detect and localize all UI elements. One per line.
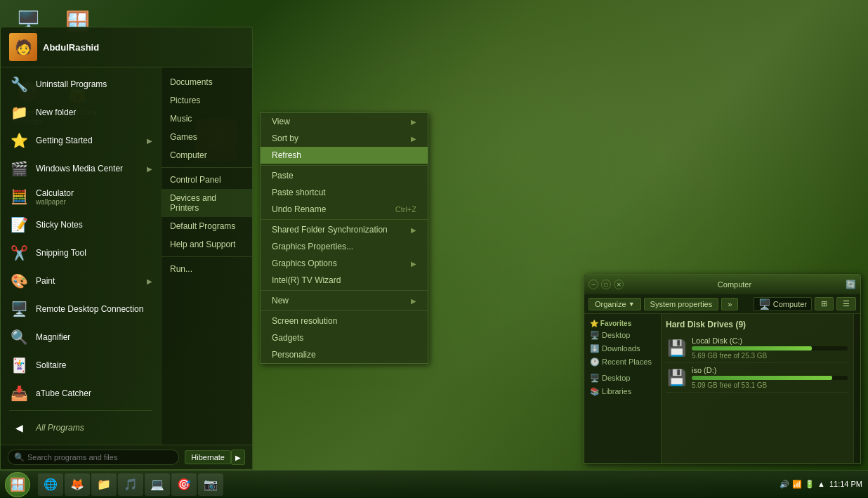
- file-explorer-scrollbar[interactable]: [853, 314, 860, 463]
- menu-item-calculator[interactable]: 🧮 Calculator wallpaper: [1, 183, 161, 211]
- fe-desktop-2[interactable]: 🖥️ Desktop: [584, 372, 661, 385]
- ctx-item-undo-rename[interactable]: Undo Rename Ctrl+Z: [261, 201, 428, 218]
- tray-battery-icon[interactable]: 🔋: [805, 480, 815, 489]
- ctx-item-refresh[interactable]: Refresh: [261, 147, 428, 164]
- tray-network-icon[interactable]: 📶: [792, 480, 802, 489]
- fe-libraries[interactable]: 📚 Libraries: [584, 385, 661, 398]
- atube-catcher-icon: 📥: [9, 384, 29, 403]
- ctx-item-graphics-options[interactable]: Graphics Options ▶: [261, 255, 428, 272]
- search-input[interactable]: [27, 453, 173, 461]
- fe-view-toggle[interactable]: ☰: [836, 297, 856, 310]
- user-avatar: 🧑: [9, 33, 37, 61]
- menu-item-all-programs[interactable]: ◀ All Programs: [1, 414, 161, 442]
- ctx-item-graphics-properties[interactable]: Graphics Properties...: [261, 238, 428, 255]
- more-options-button[interactable]: »: [721, 298, 738, 310]
- file-explorer-body: ⭐ Favorites 🖥️ Desktop ⬇️ Downloads 🕐 Re…: [584, 314, 860, 463]
- hdd-d-fill: [692, 376, 832, 380]
- right-item-games[interactable]: Games: [162, 128, 252, 146]
- taskbar-item-folder[interactable]: 📁: [91, 473, 117, 496]
- ctx-item-paste-shortcut[interactable]: Paste shortcut: [261, 184, 428, 201]
- right-item-documents[interactable]: Documents: [162, 73, 252, 91]
- graphics-options-arrow: ▶: [411, 260, 416, 268]
- right-item-help-support[interactable]: Help and Support: [162, 235, 252, 254]
- all-programs-label: All Programs: [36, 423, 152, 433]
- hibernate-button[interactable]: Hibernate: [185, 450, 231, 464]
- start-menu-right: Documents Pictures Music Games Computer …: [161, 67, 252, 445]
- menu-item-atube-catcher[interactable]: 📥 aTube Catcher: [1, 379, 161, 407]
- ctx-item-new[interactable]: New ▶: [261, 292, 428, 309]
- hdd-item-d[interactable]: 💾 iso (D:) 5.09 GB free of 53.1 GB: [666, 363, 849, 393]
- right-item-devices-printers[interactable]: Devices and Printers: [162, 189, 252, 217]
- taskbar-item-ie[interactable]: 🌐: [38, 473, 63, 496]
- menu-item-magnifier[interactable]: 🔍 Magnifier: [1, 323, 161, 351]
- right-item-default-programs[interactable]: Default Programs: [162, 217, 252, 235]
- right-item-computer[interactable]: Computer: [162, 146, 252, 164]
- solitaire-icon: 🃏: [9, 355, 29, 375]
- organize-button[interactable]: Organize ▼: [588, 298, 641, 310]
- ctx-item-sort-by[interactable]: Sort by ▶: [261, 130, 428, 147]
- menu-item-snipping-tool[interactable]: ✂️ Snipping Tool: [1, 239, 161, 267]
- address-bar[interactable]: 🖥️ Computer: [754, 297, 812, 311]
- taskbar-item-app1[interactable]: 💻: [145, 473, 170, 496]
- fe-recent-places[interactable]: 🕐 Recent Places: [584, 355, 661, 369]
- ctx-item-screen-resolution[interactable]: Screen resolution: [261, 313, 428, 329]
- fe-desktop[interactable]: 🖥️ Desktop: [584, 329, 661, 342]
- start-menu-header: 🧑 AbdulRashid: [1, 27, 252, 67]
- menu-item-remote-desktop[interactable]: 🖥️ Remote Desktop Connection: [1, 295, 161, 323]
- ctx-item-paste[interactable]: Paste: [261, 167, 428, 184]
- fe-refresh-icon[interactable]: 🔄: [846, 280, 856, 289]
- hdd-d-icon: 💾: [667, 369, 686, 387]
- shared-folder-arrow: ▶: [411, 226, 416, 234]
- taskbar-item-app3[interactable]: 📷: [198, 473, 223, 496]
- start-menu-footer: 🔍 Hibernate ▶: [1, 445, 252, 469]
- fe-close-button[interactable]: ✕: [614, 280, 624, 289]
- ctx-sep-2: [261, 219, 428, 220]
- magnifier-label: Magnifier: [36, 332, 152, 342]
- hdd-d-info: iso (D:) 5.09 GB free of 53.1 GB: [692, 366, 848, 389]
- hdd-section-title: Hard Disk Drives (9): [666, 318, 849, 331]
- ctx-item-personalize[interactable]: Personalize: [261, 346, 428, 363]
- tray-volume-icon[interactable]: 🔊: [780, 480, 789, 489]
- search-icon: 🔍: [14, 452, 25, 462]
- file-explorer-titlebar: ─ □ ✕ Computer 🔄: [584, 275, 860, 294]
- clock[interactable]: 11:14 PM: [829, 479, 862, 489]
- menu-item-windows-media-center[interactable]: 🎬 Windows Media Center ▶: [1, 155, 161, 183]
- menu-item-uninstall[interactable]: 🔧 Uninstall Programs: [1, 70, 161, 98]
- menu-item-getting-started[interactable]: ⭐ Getting Started ▶: [1, 126, 161, 155]
- taskbar-item-media[interactable]: 🎵: [118, 473, 143, 496]
- fe-view-button[interactable]: ⊞: [815, 297, 834, 310]
- system-properties-button[interactable]: System properties: [644, 298, 719, 310]
- new-folder-label: New folder: [36, 107, 152, 117]
- fe-downloads[interactable]: ⬇️ Downloads: [584, 342, 661, 355]
- right-item-run[interactable]: Run...: [162, 260, 252, 278]
- menu-item-new-folder[interactable]: 📁 New folder: [1, 98, 161, 126]
- ctx-item-gadgets[interactable]: Gadgets: [261, 329, 428, 346]
- app3-icon: 📷: [204, 478, 218, 492]
- right-item-control-panel[interactable]: Control Panel: [162, 171, 252, 189]
- fe-minimize-button[interactable]: ─: [588, 280, 598, 289]
- hibernate-arrow-button[interactable]: ▶: [231, 450, 245, 465]
- right-item-pictures[interactable]: Pictures: [162, 91, 252, 110]
- start-button[interactable]: 🪟: [0, 471, 35, 499]
- menu-item-solitaire[interactable]: 🃏 Solitaire: [1, 351, 161, 379]
- taskbar-item-firefox[interactable]: 🦊: [65, 473, 90, 496]
- tray-expand-icon[interactable]: ▲: [817, 480, 825, 488]
- menu-item-sticky-notes[interactable]: 📝 Sticky Notes: [1, 211, 161, 239]
- search-box[interactable]: 🔍: [8, 450, 179, 465]
- ctx-item-view[interactable]: View ▶: [261, 113, 428, 130]
- file-explorer-window: ─ □ ✕ Computer 🔄 Organize ▼ System prope…: [584, 274, 861, 464]
- hdd-c-fill: [692, 346, 812, 350]
- getting-started-arrow: ▶: [147, 137, 152, 145]
- app2-icon: 🎯: [177, 478, 191, 492]
- right-item-music[interactable]: Music: [162, 110, 252, 128]
- ctx-item-shared-folder[interactable]: Shared Folder Synchronization ▶: [261, 221, 428, 238]
- system-tray: 🔊 📶 🔋 ▲: [780, 480, 825, 489]
- view-arrow: ▶: [411, 118, 416, 126]
- hdd-item-c[interactable]: 💾 Local Disk (C:) 5.69 GB free of 25.3 G…: [666, 334, 849, 363]
- taskbar-item-app2[interactable]: 🎯: [171, 473, 197, 496]
- ctx-item-intel-tv-wizard[interactable]: Intel(R) TV Wizard: [261, 272, 428, 289]
- ie-icon: 🌐: [44, 478, 58, 492]
- menu-item-paint[interactable]: 🎨 Paint ▶: [1, 267, 161, 295]
- fe-maximize-button[interactable]: □: [601, 280, 611, 289]
- left-separator: [9, 410, 152, 411]
